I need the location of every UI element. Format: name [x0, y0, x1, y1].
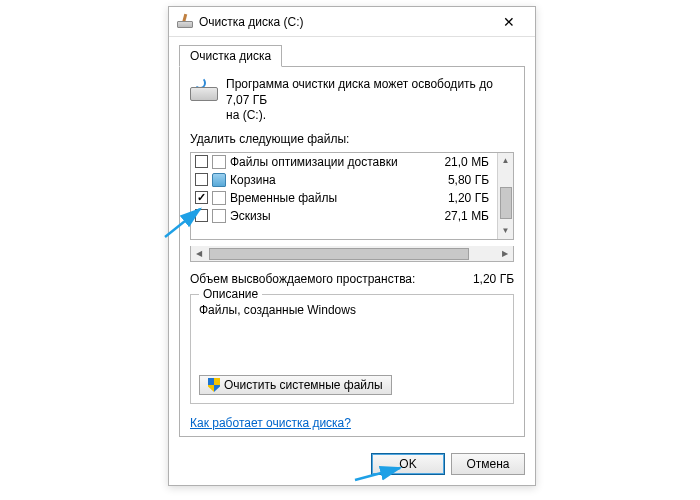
clean-system-files-button[interactable]: Очистить системные файлы [199, 375, 392, 395]
horizontal-scrollbar[interactable]: ◀ ▶ [190, 246, 514, 262]
list-item[interactable]: Эскизы 27,1 МБ [191, 207, 497, 225]
scroll-up-icon[interactable]: ▲ [498, 153, 513, 169]
checkbox[interactable] [195, 155, 208, 168]
scroll-right-icon[interactable]: ▶ [497, 246, 513, 261]
disk-cleanup-window: Очистка диска (C:) ✕ Очистка диска Прогр… [168, 6, 536, 486]
item-size: 27,1 МБ [433, 209, 493, 223]
description-title: Описание [199, 287, 262, 301]
total-value: 1,20 ГБ [473, 272, 514, 286]
tab-disk-cleanup[interactable]: Очистка диска [179, 45, 282, 67]
close-icon: ✕ [503, 14, 515, 30]
item-size: 21,0 МБ [433, 155, 493, 169]
drive-icon [190, 79, 218, 101]
dialog-buttons: OK Отмена [169, 445, 535, 485]
item-size: 1,20 ГБ [433, 191, 493, 205]
info-row: Программа очистки диска может освободить… [190, 77, 514, 124]
scroll-thumb[interactable] [500, 187, 512, 219]
list-item[interactable]: Временные файлы 1,20 ГБ [191, 189, 497, 207]
recycle-bin-icon [212, 173, 226, 187]
scroll-down-icon[interactable]: ▼ [498, 223, 513, 239]
list-item[interactable]: Файлы оптимизации доставки 21,0 МБ [191, 153, 497, 171]
checkbox[interactable] [195, 191, 208, 204]
info-line-2: на (C:). [226, 108, 266, 122]
total-row: Объем высвобождаемого пространства: 1,20… [190, 272, 514, 286]
checkbox[interactable] [195, 173, 208, 186]
file-icon [212, 191, 226, 205]
scroll-left-icon[interactable]: ◀ [191, 246, 207, 261]
titlebar: Очистка диска (C:) ✕ [169, 7, 535, 37]
description-group: Описание Файлы, созданные Windows Очисти… [190, 294, 514, 404]
total-label: Объем высвобождаемого пространства: [190, 272, 473, 286]
item-name: Корзина [230, 173, 429, 187]
client-area: Очистка диска Программа очистки диска мо… [169, 37, 535, 445]
item-name: Эскизы [230, 209, 429, 223]
close-button[interactable]: ✕ [489, 8, 529, 36]
item-name: Временные файлы [230, 191, 429, 205]
checkbox[interactable] [195, 209, 208, 222]
info-line-1: Программа очистки диска может освободить… [226, 77, 493, 107]
cancel-button[interactable]: Отмена [451, 453, 525, 475]
item-size: 5,80 ГБ [433, 173, 493, 187]
disk-cleanup-icon [177, 14, 193, 30]
tab-panel: Программа очистки диска может освободить… [179, 66, 525, 437]
description-body: Файлы, созданные Windows [199, 303, 505, 375]
file-icon [212, 209, 226, 223]
help-link[interactable]: Как работает очистка диска? [190, 416, 351, 430]
file-list: Файлы оптимизации доставки 21,0 МБ Корзи… [190, 152, 514, 240]
list-item[interactable]: Корзина 5,80 ГБ [191, 171, 497, 189]
ok-button[interactable]: OK [371, 453, 445, 475]
tab-strip: Очистка диска [179, 45, 525, 66]
clean-system-files-label: Очистить системные файлы [224, 378, 383, 392]
scroll-thumb[interactable] [209, 248, 469, 260]
list-label: Удалить следующие файлы: [190, 132, 514, 146]
item-name: Файлы оптимизации доставки [230, 155, 429, 169]
file-list-inner[interactable]: Файлы оптимизации доставки 21,0 МБ Корзи… [191, 153, 497, 239]
vertical-scrollbar[interactable]: ▲ ▼ [497, 153, 513, 239]
file-icon [212, 155, 226, 169]
uac-shield-icon [208, 378, 220, 392]
info-text: Программа очистки диска может освободить… [226, 77, 514, 124]
window-title: Очистка диска (C:) [199, 15, 489, 29]
